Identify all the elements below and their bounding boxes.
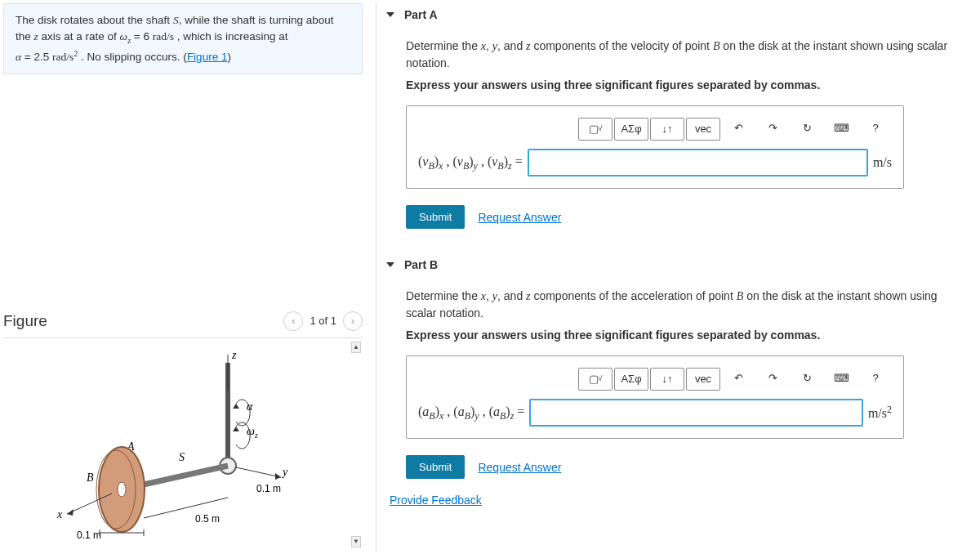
text: ) — [227, 51, 231, 63]
part-b-submit-button[interactable]: Submit — [406, 455, 465, 479]
keyboard-button[interactable]: ⌨ — [825, 368, 858, 389]
part-a-prefix: (vB)x , (vB)y , (vB)z = — [418, 152, 523, 173]
svg-text:0.1 m: 0.1 m — [77, 529, 101, 541]
text: , — [486, 289, 492, 302]
template-button[interactable]: ▢√ — [578, 368, 612, 391]
part-b-toolbar: ▢√ ΑΣφ ↓↑ vec ↶ ↷ ↻ ⌨ ? — [418, 368, 892, 391]
svg-point-18 — [118, 482, 126, 497]
text: = 2.5 — [21, 51, 52, 63]
text: components of the acceleration of point — [531, 289, 737, 302]
figure-pager: ‹ 1 of 1 › — [283, 311, 363, 331]
scrollbar[interactable]: ▲ ▼ — [351, 342, 361, 547]
text: the — [16, 30, 34, 42]
part-b-actions: Submit Request Answer — [406, 455, 978, 479]
reset-button[interactable]: ↻ — [791, 118, 823, 139]
problem-statement: The disk rotates about the shaft S, whil… — [3, 3, 363, 74]
svg-text:z: z — [254, 431, 258, 440]
unit: rad/s — [153, 30, 174, 42]
svg-text:B: B — [87, 471, 94, 484]
keyboard-button[interactable]: ⌨ — [825, 118, 858, 139]
part-a-input-row: (vB)x , (vB)y , (vB)z = m/s — [418, 149, 892, 176]
part-a-answer-input[interactable] — [528, 149, 868, 176]
part-b-instruction: Express your answers using three signifi… — [406, 327, 965, 344]
part-b-body: Determine the x, y, and z components of … — [376, 278, 978, 445]
undo-button[interactable]: ↶ — [722, 118, 755, 139]
undo-button[interactable]: ↶ — [722, 368, 755, 389]
part-b-header[interactable]: Part B — [376, 252, 978, 278]
reset-button[interactable]: ↻ — [791, 368, 823, 389]
svg-text:y: y — [281, 466, 288, 478]
template-button[interactable]: ▢√ — [578, 118, 612, 141]
vec-button[interactable]: vec — [686, 368, 720, 391]
greek-button[interactable]: ΑΣφ — [614, 368, 648, 391]
figure-viewport: ▲ ▼ z α ω z S — [3, 337, 363, 551]
part-a-header[interactable]: Part A — [376, 2, 978, 28]
scroll-up-icon[interactable]: ▲ — [351, 342, 361, 353]
scroll-down-icon[interactable]: ▼ — [351, 536, 361, 547]
svg-marker-13 — [275, 473, 281, 480]
subscript-button[interactable]: ↓↑ — [650, 118, 684, 141]
text: , — [486, 39, 492, 52]
part-b-question: Determine the x, y, and z components of … — [406, 288, 965, 322]
part-b-answer-input[interactable] — [529, 399, 863, 427]
unit: rad/s2 — [52, 51, 78, 63]
subscript-button[interactable]: ↓↑ — [650, 368, 684, 391]
part-a-actions: Submit Request Answer — [406, 205, 978, 229]
part-a-toolbar: ▢√ ΑΣφ ↓↑ vec ↶ ↷ ↻ ⌨ ? — [418, 118, 892, 141]
caret-down-icon — [386, 12, 394, 17]
svg-text:S: S — [179, 451, 185, 463]
text: , and — [497, 39, 526, 52]
part-b-answer-box: ▢√ ΑΣφ ↓↑ vec ↶ ↷ ↻ ⌨ ? (aB)x , (aB)y , … — [406, 355, 904, 439]
part-b-unit: m/s2 — [868, 402, 892, 423]
text: Determine the — [406, 39, 481, 52]
figure-image: z α ω z S A y 0.1 m — [28, 346, 338, 543]
figure-title: Figure — [3, 312, 47, 330]
svg-text:ω: ω — [247, 425, 255, 437]
help-button[interactable]: ? — [859, 368, 892, 389]
provide-feedback[interactable]: Provide Feedback — [390, 494, 978, 507]
svg-marker-5 — [233, 427, 239, 431]
text: , which is increasing at — [174, 30, 288, 42]
var-S: S — [173, 14, 179, 26]
part-a-unit: m/s — [873, 153, 892, 172]
part-a-body: Determine the x, y, and z components of … — [376, 28, 978, 195]
part-b-prefix: (aB)x , (aB)y , (aB)z = — [418, 402, 524, 423]
svg-text:α: α — [247, 400, 253, 413]
text: components of the velocity of point — [531, 39, 713, 52]
figure-header: Figure ‹ 1 of 1 › — [3, 311, 363, 331]
part-a-answer-box: ▢√ ΑΣφ ↓↑ vec ↶ ↷ ↻ ⌨ ? (vB)x , (vB)y , … — [406, 105, 904, 189]
part-b-title: Part B — [404, 258, 438, 271]
var-B: B — [737, 290, 744, 302]
text: , and — [497, 289, 526, 302]
svg-line-12 — [236, 467, 281, 477]
left-column: The disk rotates about the shaft S, whil… — [3, 3, 363, 551]
svg-marker-21 — [67, 509, 74, 516]
next-figure-button[interactable]: › — [343, 311, 363, 331]
svg-marker-3 — [233, 404, 239, 409]
greek-button[interactable]: ΑΣφ — [614, 118, 648, 141]
part-b-request-answer-link[interactable]: Request Answer — [478, 461, 561, 474]
var-wz: ωz — [120, 30, 131, 42]
svg-text:x: x — [56, 508, 63, 520]
svg-text:z: z — [231, 349, 237, 361]
redo-button[interactable]: ↷ — [756, 118, 789, 139]
pager-text: 1 of 1 — [310, 315, 336, 327]
part-b-input-row: (aB)x , (aB)y , (aB)z = m/s2 — [418, 399, 892, 427]
prev-figure-button[interactable]: ‹ — [283, 311, 303, 331]
caret-down-icon — [386, 262, 394, 267]
right-column: Part A Determine the x, y, and z compone… — [376, 2, 978, 552]
redo-button[interactable]: ↷ — [756, 368, 789, 389]
text: , while the shaft is turning about — [179, 14, 334, 26]
text: Determine the — [406, 289, 481, 302]
help-button[interactable]: ? — [859, 118, 892, 139]
vec-button[interactable]: vec — [686, 118, 720, 141]
part-a-request-answer-link[interactable]: Request Answer — [478, 211, 561, 224]
figure-link[interactable]: Figure 1 — [187, 51, 228, 63]
text: The disk rotates about the shaft — [16, 14, 173, 26]
part-a-submit-button[interactable]: Submit — [406, 205, 465, 229]
part-a-instruction: Express your answers using three signifi… — [406, 77, 965, 94]
feedback-link[interactable]: Provide Feedback — [390, 494, 482, 507]
text: = 6 — [131, 30, 153, 42]
part-a-question: Determine the x, y, and z components of … — [406, 38, 965, 72]
part-a-title: Part A — [404, 8, 438, 21]
